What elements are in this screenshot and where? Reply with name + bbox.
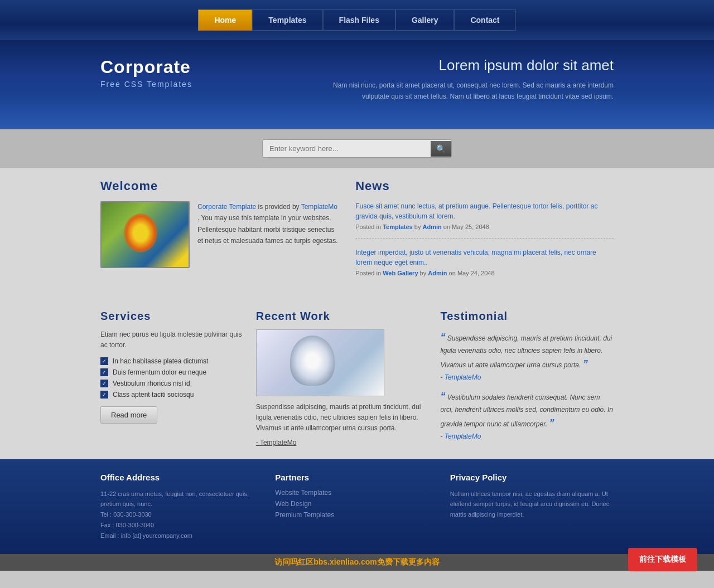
recent-work-body: Suspendisse adipiscing, mauris at pretiu… xyxy=(256,402,430,434)
testimonial-author-1[interactable]: - TemplateMo xyxy=(440,373,481,381)
testimonial-item-1: “ Suspendisse adipiscing, mauris at pret… xyxy=(440,329,614,383)
hero-body: Nam nisi nunc, porta sit amet placerat u… xyxy=(306,80,614,103)
services-title: Services xyxy=(100,310,245,323)
news-title: News xyxy=(355,179,614,193)
welcome-image xyxy=(100,201,190,268)
read-more-button[interactable]: Read more xyxy=(100,406,157,424)
footer-address: Office Address 11-22 cras urna metus, fe… xyxy=(100,473,264,541)
recent-work-image xyxy=(256,329,384,396)
checklist-item-1: ✓In hac habitasse platea dictumst xyxy=(100,357,245,365)
footer-privacy-body: Nullam ultrices tempor nisi, ac egestas … xyxy=(450,489,614,520)
welcome-link1[interactable]: Corporate Template xyxy=(197,203,256,211)
welcome-body: . You may use this template in your webs… xyxy=(197,214,337,245)
hero-left: Corporate Free CSS Templates xyxy=(100,57,306,89)
testimonial-author-2[interactable]: - TemplateMo xyxy=(440,433,481,440)
search-section: 🔍 xyxy=(0,129,714,168)
footer-address-title: Office Address xyxy=(100,473,264,482)
testimonial-item-2: “ Vestibulum sodales hendrerit consequat… xyxy=(440,388,614,442)
footer-fax: Fax : 030-300-3040 xyxy=(100,520,264,531)
check-icon-2: ✓ xyxy=(100,368,108,376)
news-link-2[interactable]: Integer imperdiat, justo ut venenatis ve… xyxy=(355,247,614,268)
news-item-2: Integer imperdiat, justo ut venenatis ve… xyxy=(355,247,614,284)
news-meta-2: Posted in Web Gallery by Admin on May 24… xyxy=(355,270,614,276)
welcome-text: Corporate Template is provided by Templa… xyxy=(197,201,339,268)
nav-flash-files[interactable]: Flash Files xyxy=(323,9,395,31)
check-icon-1: ✓ xyxy=(100,357,108,365)
services-desc: Etiam nec purus eu ligula molestie pulvi… xyxy=(100,329,245,351)
nav-gallery[interactable]: Gallery xyxy=(395,9,454,31)
footer-tel: Tel : 030-300-3030 xyxy=(100,509,264,520)
checklist-item-4: ✓Class aptent taciti sociosqu xyxy=(100,391,245,399)
news-category-2[interactable]: Web Gallery xyxy=(383,270,418,276)
hero-banner: Corporate Free CSS Templates Lorem ipsum… xyxy=(0,40,714,129)
footer-partners-title: Partners xyxy=(275,473,438,482)
news-author-2[interactable]: Admin xyxy=(428,270,447,276)
watermark: 访问吗红区bbs.xienliao.com免费下载更多内容 xyxy=(0,554,714,571)
nav-home[interactable]: Home xyxy=(198,9,252,31)
welcome-content: Corporate Template is provided by Templa… xyxy=(100,201,339,268)
close-quote-1: ” xyxy=(583,358,588,370)
site-header: Home Templates Flash Files Gallery Conta… xyxy=(0,0,714,40)
news-date-1: May 25, 2048 xyxy=(452,223,489,230)
footer-partner-link-3[interactable]: Premium Templates xyxy=(275,511,438,519)
close-quote-2: ” xyxy=(549,417,554,429)
testimonial-title: Testimonial xyxy=(440,310,614,323)
news-author-1[interactable]: Admin xyxy=(422,223,441,230)
download-button[interactable]: 前往下载模板 xyxy=(628,548,697,571)
nav-contact[interactable]: Contact xyxy=(454,9,515,31)
lower-content: Services Etiam nec purus eu ligula moles… xyxy=(0,304,714,459)
footer-address-line1: 11-22 cras urna metus, feugiat non, cons… xyxy=(100,489,264,509)
news-date-2: May 24, 2048 xyxy=(457,270,495,276)
hero-right: Lorem ipsum dolor sit amet Nam nisi nunc… xyxy=(306,57,614,103)
welcome-title: Welcome xyxy=(100,179,339,193)
recent-work-section: Recent Work Suspendisse adipiscing, maur… xyxy=(256,310,430,448)
welcome-section: Welcome Corporate Template is provided b… xyxy=(100,179,339,293)
footer-partner-link-1[interactable]: Website Templates xyxy=(275,489,438,497)
search-button[interactable]: 🔍 xyxy=(431,141,451,157)
footer-email: Email : info [at] yourcompany.com xyxy=(100,531,264,541)
site-footer: Office Address 11-22 cras urna metus, fe… xyxy=(0,459,714,554)
hero-title: Corporate xyxy=(100,57,306,77)
footer-partners: Partners Website Templates Web Design Pr… xyxy=(275,473,438,541)
testimonial-section: Testimonial “ Suspendisse adipiscing, ma… xyxy=(440,310,614,448)
search-input[interactable] xyxy=(263,140,431,157)
main-content: Welcome Corporate Template is provided b… xyxy=(0,168,714,304)
news-item-1: Fusce sit amet nunc lectus, at pretium a… xyxy=(355,201,614,239)
checklist-item-2: ✓Duis fermentum dolor eu neque xyxy=(100,368,245,376)
welcome-link2[interactable]: TemplateMo xyxy=(301,203,337,211)
footer-privacy-title: Privacy Policy xyxy=(450,473,614,482)
open-quote-1: “ xyxy=(440,332,445,343)
services-checklist: ✓In hac habitasse platea dictumst ✓Duis … xyxy=(100,357,245,399)
checklist-item-3: ✓Vestibulum rhoncus nisl id xyxy=(100,380,245,387)
check-icon-3: ✓ xyxy=(100,380,108,387)
search-box: 🔍 xyxy=(262,139,452,158)
news-category-1[interactable]: Templates xyxy=(383,223,413,230)
footer-partner-link-2[interactable]: Web Design xyxy=(275,500,438,508)
news-section: News Fusce sit amet nunc lectus, at pret… xyxy=(355,179,614,293)
footer-privacy: Privacy Policy Nullam ultrices tempor ni… xyxy=(450,473,614,541)
recent-work-author[interactable]: - TemplateMo xyxy=(256,439,296,446)
check-icon-4: ✓ xyxy=(100,391,108,399)
news-link-1[interactable]: Fusce sit amet nunc lectus, at pretium a… xyxy=(355,201,614,221)
services-section: Services Etiam nec purus eu ligula moles… xyxy=(100,310,245,448)
nav-bar: Home Templates Flash Files Gallery Conta… xyxy=(198,9,515,31)
news-meta-1: Posted in Templates by Admin on May 25, … xyxy=(355,223,614,230)
hero-subtitle: Free CSS Templates xyxy=(100,80,306,89)
nav-templates[interactable]: Templates xyxy=(252,9,322,31)
recent-work-title: Recent Work xyxy=(256,310,430,323)
hero-heading: Lorem ipsum dolor sit amet xyxy=(306,57,614,74)
open-quote-2: “ xyxy=(440,391,445,402)
